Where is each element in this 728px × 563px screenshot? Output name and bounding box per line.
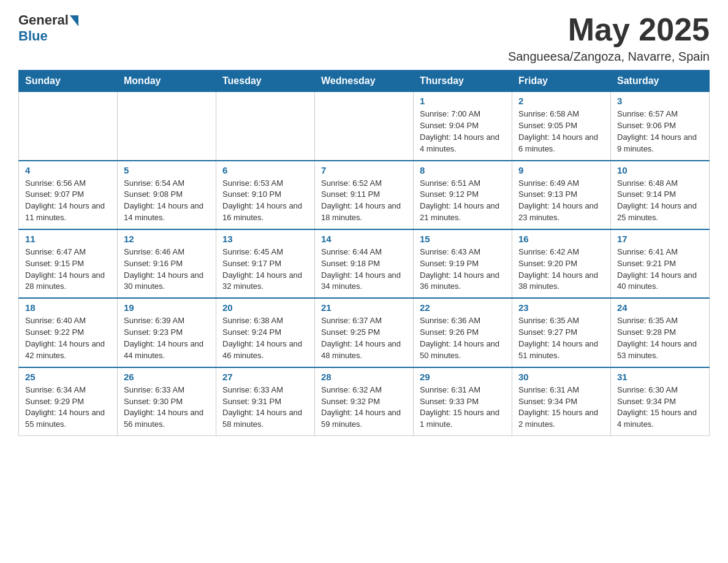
- page-header: General Blue May 2025 Sangueesa/Zangoza,…: [18, 12, 710, 64]
- day-number: 17: [617, 234, 703, 244]
- day-number: 23: [518, 302, 604, 313]
- day-info: Sunrise: 6:35 AM Sunset: 9:28 PM Dayligh…: [617, 315, 703, 361]
- day-number: 20: [222, 302, 308, 313]
- day-number: 27: [222, 372, 308, 382]
- day-number: 6: [222, 165, 308, 175]
- calendar-cell: 11Sunrise: 6:47 AM Sunset: 9:15 PM Dayli…: [19, 229, 118, 298]
- calendar-cell: 1Sunrise: 7:00 AM Sunset: 9:04 PM Daylig…: [414, 92, 512, 161]
- day-info: Sunrise: 6:33 AM Sunset: 9:30 PM Dayligh…: [124, 385, 210, 431]
- calendar-cell: 28Sunrise: 6:32 AM Sunset: 9:32 PM Dayli…: [315, 367, 414, 436]
- day-number: 1: [420, 96, 506, 106]
- day-info: Sunrise: 6:49 AM Sunset: 9:13 PM Dayligh…: [518, 178, 604, 224]
- day-info: Sunrise: 7:00 AM Sunset: 9:04 PM Dayligh…: [420, 109, 506, 155]
- logo-blue-text: Blue: [18, 28, 48, 44]
- calendar-week-row: 18Sunrise: 6:40 AM Sunset: 9:22 PM Dayli…: [19, 298, 710, 367]
- calendar-cell: 25Sunrise: 6:34 AM Sunset: 9:29 PM Dayli…: [19, 367, 118, 436]
- day-number: 13: [222, 234, 308, 244]
- calendar-cell: 31Sunrise: 6:30 AM Sunset: 9:34 PM Dayli…: [611, 367, 710, 436]
- calendar-cell: 15Sunrise: 6:43 AM Sunset: 9:19 PM Dayli…: [414, 229, 512, 298]
- day-number: 25: [25, 372, 111, 382]
- day-number: 5: [124, 165, 210, 175]
- header-friday: Friday: [512, 71, 611, 92]
- calendar-cell: 14Sunrise: 6:44 AM Sunset: 9:18 PM Dayli…: [315, 229, 414, 298]
- calendar-cell: 16Sunrise: 6:42 AM Sunset: 9:20 PM Dayli…: [512, 229, 611, 298]
- day-info: Sunrise: 6:42 AM Sunset: 9:20 PM Dayligh…: [518, 247, 604, 293]
- day-info: Sunrise: 6:31 AM Sunset: 9:33 PM Dayligh…: [420, 385, 506, 431]
- calendar-cell: 23Sunrise: 6:35 AM Sunset: 9:27 PM Dayli…: [512, 298, 611, 367]
- calendar-cell: 5Sunrise: 6:54 AM Sunset: 9:08 PM Daylig…: [118, 161, 216, 229]
- day-info: Sunrise: 6:48 AM Sunset: 9:14 PM Dayligh…: [617, 178, 703, 224]
- day-info: Sunrise: 6:54 AM Sunset: 9:08 PM Dayligh…: [124, 178, 210, 224]
- header-tuesday: Tuesday: [216, 71, 315, 92]
- calendar-cell: 26Sunrise: 6:33 AM Sunset: 9:30 PM Dayli…: [118, 367, 216, 436]
- logo-general-text: General: [18, 12, 69, 28]
- day-number: 29: [420, 372, 506, 382]
- calendar-cell: 30Sunrise: 6:31 AM Sunset: 9:34 PM Dayli…: [512, 367, 611, 436]
- day-number: 24: [617, 302, 703, 313]
- day-info: Sunrise: 6:45 AM Sunset: 9:17 PM Dayligh…: [222, 247, 308, 293]
- day-info: Sunrise: 6:56 AM Sunset: 9:07 PM Dayligh…: [25, 178, 111, 224]
- calendar-cell: 4Sunrise: 6:56 AM Sunset: 9:07 PM Daylig…: [19, 161, 118, 229]
- calendar-cell: [118, 92, 216, 161]
- calendar-cell: 6Sunrise: 6:53 AM Sunset: 9:10 PM Daylig…: [216, 161, 315, 229]
- calendar-cell: 2Sunrise: 6:58 AM Sunset: 9:05 PM Daylig…: [512, 92, 611, 161]
- day-info: Sunrise: 6:36 AM Sunset: 9:26 PM Dayligh…: [420, 315, 506, 361]
- day-number: 22: [420, 302, 506, 313]
- day-info: Sunrise: 6:57 AM Sunset: 9:06 PM Dayligh…: [617, 109, 703, 155]
- day-info: Sunrise: 6:39 AM Sunset: 9:23 PM Dayligh…: [124, 315, 210, 361]
- calendar-cell: 21Sunrise: 6:37 AM Sunset: 9:25 PM Dayli…: [315, 298, 414, 367]
- calendar-table: Sunday Monday Tuesday Wednesday Thursday…: [18, 70, 710, 436]
- day-number: 21: [321, 302, 407, 313]
- calendar-week-row: 1Sunrise: 7:00 AM Sunset: 9:04 PM Daylig…: [19, 92, 710, 161]
- calendar-cell: 17Sunrise: 6:41 AM Sunset: 9:21 PM Dayli…: [611, 229, 710, 298]
- month-title: May 2025: [508, 12, 710, 47]
- calendar-cell: 7Sunrise: 6:52 AM Sunset: 9:11 PM Daylig…: [315, 161, 414, 229]
- day-info: Sunrise: 6:30 AM Sunset: 9:34 PM Dayligh…: [617, 385, 703, 431]
- calendar-cell: 3Sunrise: 6:57 AM Sunset: 9:06 PM Daylig…: [611, 92, 710, 161]
- day-number: 30: [518, 372, 604, 382]
- header-sunday: Sunday: [19, 71, 118, 92]
- calendar-cell: 27Sunrise: 6:33 AM Sunset: 9:31 PM Dayli…: [216, 367, 315, 436]
- calendar-cell: [315, 92, 414, 161]
- calendar-cell: 24Sunrise: 6:35 AM Sunset: 9:28 PM Dayli…: [611, 298, 710, 367]
- day-number: 28: [321, 372, 407, 382]
- calendar-cell: 20Sunrise: 6:38 AM Sunset: 9:24 PM Dayli…: [216, 298, 315, 367]
- header-saturday: Saturday: [611, 71, 710, 92]
- header-monday: Monday: [118, 71, 216, 92]
- day-info: Sunrise: 6:37 AM Sunset: 9:25 PM Dayligh…: [321, 315, 407, 361]
- day-number: 3: [617, 96, 703, 106]
- day-number: 16: [518, 234, 604, 244]
- day-info: Sunrise: 6:32 AM Sunset: 9:32 PM Dayligh…: [321, 385, 407, 431]
- calendar-week-row: 4Sunrise: 6:56 AM Sunset: 9:07 PM Daylig…: [19, 161, 710, 229]
- day-number: 15: [420, 234, 506, 244]
- calendar-cell: 13Sunrise: 6:45 AM Sunset: 9:17 PM Dayli…: [216, 229, 315, 298]
- day-info: Sunrise: 6:31 AM Sunset: 9:34 PM Dayligh…: [518, 385, 604, 431]
- day-info: Sunrise: 6:41 AM Sunset: 9:21 PM Dayligh…: [617, 247, 703, 293]
- day-number: 31: [617, 372, 703, 382]
- title-section: May 2025 Sangueesa/Zangoza, Navarre, Spa…: [508, 12, 710, 64]
- day-info: Sunrise: 6:53 AM Sunset: 9:10 PM Dayligh…: [222, 178, 308, 224]
- logo: General Blue: [18, 12, 78, 44]
- day-info: Sunrise: 6:44 AM Sunset: 9:18 PM Dayligh…: [321, 247, 407, 293]
- calendar-cell: 8Sunrise: 6:51 AM Sunset: 9:12 PM Daylig…: [414, 161, 512, 229]
- day-info: Sunrise: 6:33 AM Sunset: 9:31 PM Dayligh…: [222, 385, 308, 431]
- day-number: 2: [518, 96, 604, 106]
- logo-arrow-icon: [70, 15, 78, 26]
- calendar-header-row: Sunday Monday Tuesday Wednesday Thursday…: [19, 71, 710, 92]
- header-wednesday: Wednesday: [315, 71, 414, 92]
- calendar-week-row: 25Sunrise: 6:34 AM Sunset: 9:29 PM Dayli…: [19, 367, 710, 436]
- location-text: Sangueesa/Zangoza, Navarre, Spain: [508, 50, 710, 64]
- header-thursday: Thursday: [414, 71, 512, 92]
- day-info: Sunrise: 6:35 AM Sunset: 9:27 PM Dayligh…: [518, 315, 604, 361]
- calendar-cell: [216, 92, 315, 161]
- day-number: 26: [124, 372, 210, 382]
- day-number: 7: [321, 165, 407, 175]
- calendar-cell: 9Sunrise: 6:49 AM Sunset: 9:13 PM Daylig…: [512, 161, 611, 229]
- day-info: Sunrise: 6:43 AM Sunset: 9:19 PM Dayligh…: [420, 247, 506, 293]
- calendar-cell: 10Sunrise: 6:48 AM Sunset: 9:14 PM Dayli…: [611, 161, 710, 229]
- day-info: Sunrise: 6:51 AM Sunset: 9:12 PM Dayligh…: [420, 178, 506, 224]
- calendar-cell: 22Sunrise: 6:36 AM Sunset: 9:26 PM Dayli…: [414, 298, 512, 367]
- day-number: 8: [420, 165, 506, 175]
- day-info: Sunrise: 6:52 AM Sunset: 9:11 PM Dayligh…: [321, 178, 407, 224]
- day-info: Sunrise: 6:38 AM Sunset: 9:24 PM Dayligh…: [222, 315, 308, 361]
